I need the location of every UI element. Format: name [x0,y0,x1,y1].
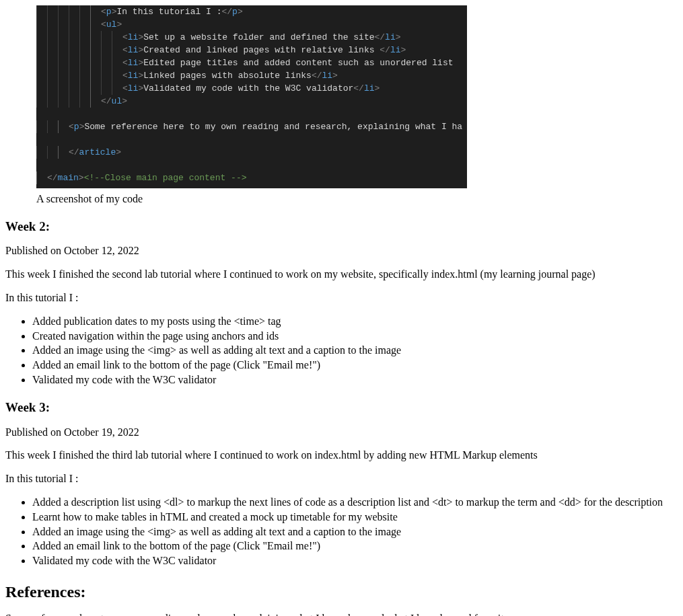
list-item: Validated my code with the W3C validator [32,554,678,568]
week2-list: Added publication dates to my posts usin… [5,315,678,387]
code-screenshot-caption: A screenshot of my code [36,192,678,206]
code-line: <li>Validated my code with the W3C valid… [36,82,467,95]
list-item: Added an email link to the bottom of the… [32,539,678,553]
week2-published: Published on October 12, 2022 [5,244,678,258]
code-line: <li>Set up a website folder and defined … [36,31,467,44]
code-screenshot: <p>In this tutorial I :</p><ul><li>Set u… [36,5,467,188]
list-item: Added an image using the <img> as well a… [32,525,678,539]
week2-intro: This week I finished the second lab tuto… [5,268,678,282]
code-line: <p>Some reference here to my own reading… [36,120,467,133]
code-line: <li>Edited page titles and added content… [36,56,467,69]
week2-heading: Week 2: [5,219,678,235]
week3-lead: In this tutorial I : [5,472,678,486]
code-line: <li>Created and linked pages with relati… [36,44,467,56]
list-item: Added an image using the <img> as well a… [32,344,678,358]
week3-intro: This week I finished the third lab tutor… [5,449,678,463]
week3-heading: Week 3: [5,399,678,416]
code-line: <ul> [36,18,467,31]
list-item: Added a description list using <dl> to m… [32,496,678,510]
code-line: </ul> [36,95,467,108]
code-line: <li>Linked pages with absolute links</li… [36,69,467,82]
list-item: Added publication dates to my posts usin… [32,315,678,329]
week3-published: Published on October 19, 2022 [5,426,678,440]
list-item: Created navigation within the page using… [32,330,678,344]
list-item: Added an email link to the bottom of the… [32,358,678,373]
code-line: </article> [36,146,467,159]
code-line: <p>In this tutorial I :</p> [36,5,467,18]
code-line: </main><!--Close main page content --> [36,171,467,184]
list-item: Validated my code with the W3C validator [32,373,678,387]
list-item: Learnt how to make tables in hTML and cr… [32,510,678,525]
code-line [36,108,467,120]
week3-list: Added a description list using <dl> to m… [5,496,678,568]
references-heading: References: [5,582,678,603]
code-line [36,159,467,171]
code-line [36,133,467,146]
week2-lead: In this tutorial I : [5,291,678,305]
references-text: Some references here to my own reading a… [5,612,678,616]
